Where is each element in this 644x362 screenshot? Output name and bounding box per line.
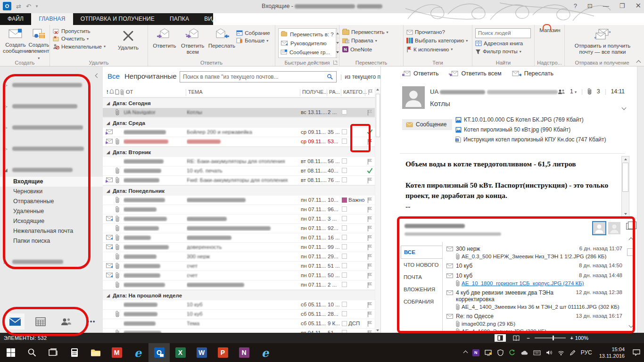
quick-step-item[interactable]: Руководителю [281, 39, 334, 48]
taskbar-outlook-icon[interactable]: O [149, 343, 170, 362]
people-scroll-up-icon[interactable] [629, 238, 634, 242]
collapsed-triangle-icon[interactable]: ▷ [4, 259, 8, 264]
reading-view-icon[interactable] [495, 334, 506, 342]
onenote-button[interactable]: N OneNote [342, 46, 401, 52]
attachment-item[interactable]: Котел пиролизный 50 кВт.jpg (990 Кбайт) [455, 126, 606, 133]
column-importance-icon[interactable]: ! [105, 89, 108, 96]
junk-button[interactable]: Нежелательные ▾ [53, 43, 113, 49]
account-item[interactable]: ▷ [0, 123, 103, 132]
flag-icon[interactable] [367, 235, 372, 242]
message-row[interactable]: счетпн 07.11...51 ... [103, 262, 375, 271]
flag-icon[interactable] [367, 321, 372, 328]
message-row[interactable]: Бойлер 200 и нержавейкаср 09.11...35 ... [103, 128, 375, 137]
flag-icon[interactable] [367, 272, 372, 280]
column-received[interactable]: ПОЛУЧЕ... [300, 89, 328, 96]
tray-pen-icon[interactable] [570, 350, 576, 356]
taskbar-red-app-icon[interactable]: М [106, 343, 127, 362]
filter-all-tab[interactable]: Все [107, 72, 120, 80]
taskbar-calculator-icon[interactable] [64, 343, 85, 362]
account-item[interactable]: ▷ [0, 81, 103, 89]
people-tab-СОБРАНИЯ[interactable]: СОБРАНИЯ [401, 296, 442, 308]
tray-chevron-icon[interactable] [464, 351, 467, 354]
account-item[interactable]: ▷ [0, 257, 103, 266]
move-button[interactable]: Переместить ▾ [342, 29, 401, 35]
store-button[interactable]: Магазин [537, 26, 562, 33]
sidebar-folder-Отправленные[interactable]: Отправленные [0, 197, 103, 206]
reply-all-inline-button[interactable]: Ответить всем [449, 70, 501, 77]
category-box[interactable] [342, 158, 347, 164]
unread-read-button[interactable]: Прочитано? [406, 29, 470, 35]
message-row[interactable]: пн 07.11...3 ... [103, 214, 375, 224]
account-item[interactable]: ▷ [0, 144, 103, 153]
sidebar-folder-Черновики[interactable]: Черновики [0, 187, 103, 197]
people-tab-ВЛОЖЕНИЯ[interactable]: ВЛОЖЕНИЯ [401, 283, 442, 296]
scroll-up-icon[interactable] [376, 89, 379, 90]
category-box[interactable] [342, 244, 347, 249]
zoom-knob[interactable] [553, 336, 554, 340]
nav-mail-icon[interactable] [6, 313, 25, 329]
column-item-type-icon[interactable] [115, 89, 119, 96]
column-flag-icon[interactable] [365, 89, 373, 96]
people-activity-row[interactable]: 10 куб 8 дн. назад 14:50 [446, 261, 622, 271]
taskbar-task-view-icon[interactable] [42, 343, 64, 362]
message-row[interactable]: ср 09.11...53... [103, 137, 375, 147]
message-list-scrollbar[interactable] [375, 87, 380, 333]
attachment-count[interactable]: 3 [597, 88, 600, 95]
category-box[interactable] [342, 321, 347, 326]
message-row[interactable]: пн 07.11...92... [103, 224, 375, 233]
filter-unread-tab[interactable]: Непрочитанные [124, 72, 177, 80]
column-subject[interactable]: ТЕМА [186, 89, 203, 96]
expand-header-chevron-icon[interactable] [622, 106, 627, 110]
ribbon-tab-1[interactable]: ГЛАВНАЯ [31, 13, 73, 25]
taskbar-file-explorer-icon[interactable] [85, 343, 106, 362]
flag-icon[interactable] [367, 225, 372, 233]
new-email-button[interactable]: Создать сообщение [3, 26, 28, 59]
message-row[interactable]: счетпн 07.11...50 ... [103, 271, 375, 280]
category-box[interactable] [342, 177, 347, 182]
taskbar-onenote-icon[interactable]: N [233, 343, 255, 362]
language-indicator[interactable]: РУС [581, 349, 592, 356]
reply-all-button[interactable]: Ответить всем [178, 26, 207, 56]
account-item[interactable]: ▷ [0, 102, 103, 110]
ribbon-display-options-icon[interactable]: ⊡ [587, 2, 593, 9]
contact-photo-icon[interactable] [593, 222, 605, 234]
activity-attachment[interactable]: АЕ_4_ 1400_Змеевик Низ 36 м ТЭН_2 шт 011… [456, 304, 622, 310]
message-row[interactable]: Темасб 05.11...9 К...ДСП [103, 319, 375, 329]
rules-button[interactable]: Правила ▾ [342, 38, 401, 43]
flag-icon[interactable] [367, 139, 372, 146]
message-row[interactable]: пн 07.11...16 ... [103, 233, 375, 243]
cleanup-button[interactable]: Очистить ▾ [53, 36, 113, 41]
flag-icon[interactable] [367, 254, 372, 261]
ignore-button[interactable]: Пропустить [53, 28, 113, 34]
scroll-up-icon[interactable] [622, 156, 629, 162]
flag-icon[interactable] [367, 197, 372, 205]
search-mail-input[interactable]: Поиск в папке "из текущего почтов... [180, 71, 337, 82]
message-row[interactable]: пн 07.11...10...Важно [103, 196, 375, 205]
category-box[interactable] [342, 109, 347, 115]
message-row[interactable]: 300 нержпн 07.11...29... [103, 252, 375, 262]
message-row[interactable]: 10 кубсб 05.11...10 ... [103, 300, 375, 310]
flag-icon[interactable] [367, 216, 372, 223]
collapse-group-icon[interactable]: ◢ [107, 293, 110, 298]
ribbon-tab-4[interactable]: ВИД [197, 13, 223, 25]
send-receive-all-button[interactable]: Отправить и получить почту — все папки [568, 26, 637, 56]
sidebar-folder-Нежелательная почта[interactable]: Нежелательная почта [0, 226, 103, 236]
column-from[interactable]: ОТ [124, 89, 133, 96]
flag-icon[interactable] [367, 244, 372, 252]
category-box[interactable] [342, 216, 347, 221]
nav-people-icon[interactable] [57, 313, 75, 329]
category-box[interactable] [342, 129, 347, 134]
people-activity-row[interactable]: 4 куб две ревизии змеевик два ТЭНа корре… [446, 288, 622, 311]
sidebar-folder-Входящие[interactable]: Входящие [0, 177, 103, 187]
people-pane-checkbox[interactable] [627, 248, 635, 256]
message-row[interactable]: UA NavigatorКотлывс 13.11....2 ... [103, 108, 375, 117]
flag-icon[interactable] [367, 311, 372, 319]
column-reminder-icon[interactable] [109, 89, 114, 96]
category-box[interactable] [342, 282, 347, 287]
people-activity-row[interactable]: 300 нерж 6 дн. назад 11:07АЕ_0.3_500 НЕР… [446, 244, 622, 261]
collapse-group-icon[interactable]: ◢ [107, 101, 110, 106]
account-item[interactable]: ◢ [0, 165, 103, 174]
quick-step-item[interactable]: Переместить в: ? [281, 30, 334, 39]
zoom-percent[interactable]: 100% [575, 335, 588, 341]
address-book-button[interactable]: Адресная книга [475, 41, 532, 46]
